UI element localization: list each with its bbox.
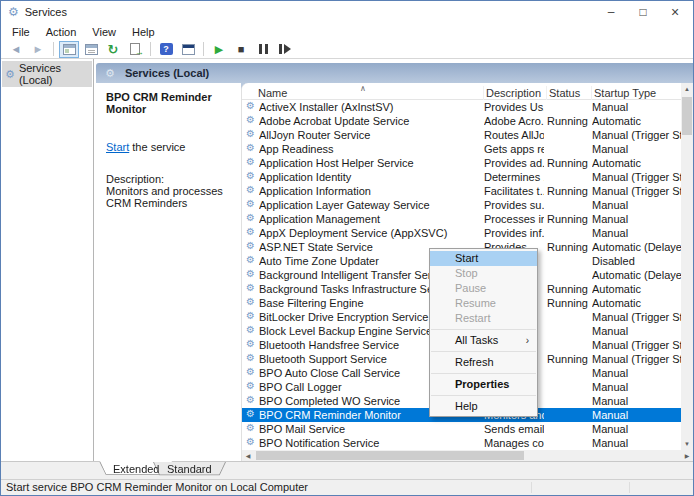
cell-status: Running bbox=[547, 296, 590, 310]
table-row[interactable]: ⚙AllJoyn Router ServiceRoutes AllJo...Ma… bbox=[242, 128, 681, 142]
cell-startup-type: Manual bbox=[592, 394, 681, 408]
service-gear-icon: ⚙ bbox=[246, 241, 255, 251]
table-row[interactable]: ⚙Application ManagementProcesses in...Ru… bbox=[242, 212, 681, 226]
cell-description: Provides inf... bbox=[484, 226, 544, 240]
service-action-line: Start the service bbox=[106, 141, 232, 153]
extended-pane: BPO CRM Reminder Monitor Start the servi… bbox=[96, 83, 240, 461]
horizontal-scrollbar[interactable]: ◀ ▶ bbox=[242, 450, 693, 461]
cell-status bbox=[547, 310, 590, 324]
restart-service-button[interactable] bbox=[275, 41, 295, 58]
cell-startup-type: Manual (Trigger Start) bbox=[592, 310, 681, 324]
table-row[interactable]: ⚙App ReadinessGets apps re...Manual bbox=[242, 142, 681, 156]
start-service-button[interactable] bbox=[209, 41, 229, 58]
menu-view[interactable]: View bbox=[84, 25, 124, 39]
export-list-button[interactable] bbox=[125, 41, 145, 58]
menu-action[interactable]: Action bbox=[38, 25, 85, 39]
table-row[interactable]: ⚙BPO Notification ServiceManages co...Ma… bbox=[242, 436, 681, 450]
service-gear-icon: ⚙ bbox=[246, 325, 255, 335]
tab-standard[interactable]: Standard bbox=[153, 462, 226, 478]
tree-item-services-local[interactable]: ⚙Services (Local) bbox=[2, 61, 92, 87]
pause-service-button[interactable] bbox=[253, 41, 273, 58]
console-tree: ⚙Services (Local) bbox=[1, 59, 94, 461]
refresh-button[interactable] bbox=[103, 41, 123, 58]
service-gear-icon: ⚙ bbox=[246, 255, 255, 265]
show-console-tree-icon bbox=[63, 44, 76, 55]
cell-name: AllJoyn Router Service bbox=[259, 128, 481, 142]
status-bar: Start service BPO CRM Reminder Monitor o… bbox=[1, 479, 693, 495]
cell-status: Running bbox=[547, 282, 590, 296]
toolbar-separator bbox=[150, 42, 151, 56]
table-row[interactable]: ⚙BPO Mail ServiceSends email...Manual bbox=[242, 422, 681, 436]
context-menu-item-help[interactable]: Help bbox=[430, 399, 537, 414]
table-row[interactable]: ⚙ActiveX Installer (AxInstSV)Provides Us… bbox=[242, 100, 681, 114]
cell-status bbox=[547, 254, 590, 268]
cell-startup-type: Manual bbox=[592, 198, 681, 212]
service-gear-icon: ⚙ bbox=[246, 213, 255, 223]
table-row[interactable]: ⚙AppX Deployment Service (AppXSVC)Provid… bbox=[242, 226, 681, 240]
context-menu-item-all-tasks[interactable]: All Tasks› bbox=[430, 333, 537, 348]
service-gear-icon: ⚙ bbox=[246, 381, 255, 391]
cell-name: Application Information bbox=[259, 184, 481, 198]
minimize-button[interactable]: – bbox=[595, 1, 627, 23]
vertical-scroll-thumb[interactable] bbox=[682, 97, 692, 135]
cell-status bbox=[547, 338, 590, 352]
table-row[interactable]: ⚙Adobe Acrobat Update ServiceAdobe Acro.… bbox=[242, 114, 681, 128]
window-title: Services bbox=[25, 6, 67, 18]
help-button[interactable] bbox=[156, 41, 176, 58]
statusbar-divider bbox=[629, 482, 630, 493]
cell-name: App Readiness bbox=[259, 142, 481, 156]
column-header-status[interactable]: Status bbox=[547, 86, 592, 100]
maximize-button[interactable]: □ bbox=[627, 1, 659, 23]
forward-button[interactable] bbox=[28, 41, 48, 58]
refresh-icon bbox=[108, 42, 119, 57]
menu-help[interactable]: Help bbox=[124, 25, 163, 39]
cell-startup-type: Manual bbox=[592, 100, 681, 114]
scroll-up-icon[interactable]: ▲ bbox=[681, 83, 693, 95]
start-service-link[interactable]: Start bbox=[106, 141, 129, 153]
table-row[interactable]: ⚙Application InformationFacilitates t...… bbox=[242, 184, 681, 198]
vertical-scrollbar[interactable]: ▲ ▼ bbox=[681, 83, 693, 450]
column-header-description[interactable]: Description bbox=[484, 86, 547, 100]
cell-startup-type: Manual bbox=[592, 380, 681, 394]
scroll-down-icon[interactable]: ▼ bbox=[681, 438, 693, 450]
close-button[interactable]: × bbox=[659, 1, 691, 23]
context-menu: StartStopPauseResumeRestartAll Tasks›Ref… bbox=[429, 248, 538, 417]
menu-file[interactable]: File bbox=[4, 25, 38, 39]
service-gear-icon: ⚙ bbox=[246, 101, 255, 111]
context-menu-item-restart: Restart bbox=[430, 311, 537, 326]
context-menu-item-refresh[interactable]: Refresh bbox=[430, 355, 537, 370]
column-header-startup-type[interactable]: Startup Type bbox=[592, 86, 684, 100]
cell-description: Determines ... bbox=[484, 170, 544, 184]
service-gear-icon: ⚙ bbox=[246, 339, 255, 349]
horizontal-scroll-thumb[interactable] bbox=[256, 451, 524, 460]
context-menu-item-properties[interactable]: Properties bbox=[430, 377, 537, 392]
cell-name: Adobe Acrobat Update Service bbox=[259, 114, 481, 128]
context-menu-item-resume: Resume bbox=[430, 296, 537, 311]
service-gear-icon: ⚙ bbox=[246, 311, 255, 321]
pause-service-icon bbox=[259, 44, 268, 54]
table-row[interactable]: ⚙Application IdentityDetermines ...Manua… bbox=[242, 170, 681, 184]
service-gear-icon: ⚙ bbox=[246, 283, 255, 293]
context-menu-item-start[interactable]: Start bbox=[430, 251, 537, 266]
service-gear-icon: ⚙ bbox=[246, 353, 255, 363]
selected-service-name: BPO CRM Reminder Monitor bbox=[106, 91, 232, 115]
show-action-pane-button[interactable] bbox=[178, 41, 198, 58]
scroll-right-icon[interactable]: ▶ bbox=[681, 450, 693, 461]
properties-window-button[interactable] bbox=[81, 41, 101, 58]
scroll-left-icon[interactable]: ◀ bbox=[242, 450, 254, 461]
main-panel: ⚙ Services (Local) BPO CRM Reminder Moni… bbox=[96, 59, 693, 461]
cell-status: Running bbox=[547, 114, 590, 128]
service-gear-icon: ⚙ bbox=[246, 227, 255, 237]
table-row[interactable]: ⚙Application Host Helper ServiceProvides… bbox=[242, 156, 681, 170]
table-row[interactable]: ⚙Application Layer Gateway ServiceProvid… bbox=[242, 198, 681, 212]
show-console-tree-button[interactable] bbox=[59, 41, 79, 58]
stop-service-button[interactable] bbox=[231, 41, 251, 58]
service-gear-icon: ⚙ bbox=[246, 171, 255, 181]
cell-status bbox=[547, 226, 590, 240]
services-gear-icon: ⚙ bbox=[8, 5, 19, 19]
service-gear-icon: ⚙ bbox=[246, 437, 255, 447]
back-button[interactable] bbox=[6, 41, 26, 58]
cell-status bbox=[547, 198, 590, 212]
services-window: ⚙ Services – □ × FileActionViewHelp ⚙Ser… bbox=[0, 0, 694, 496]
service-gear-icon: ⚙ bbox=[246, 199, 255, 209]
